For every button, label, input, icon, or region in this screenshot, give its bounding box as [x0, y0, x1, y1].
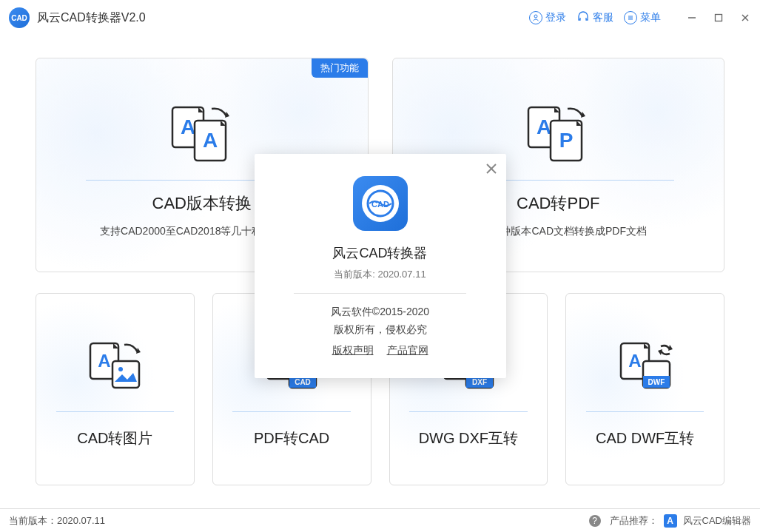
about-modal-overlay: CAD 风云CAD转换器 当前版本: 2020.07.11 风云软件©2015-… [0, 0, 760, 532]
about-modal: CAD 风云CAD转换器 当前版本: 2020.07.11 风云软件©2015-… [255, 154, 506, 378]
modal-app-icon: CAD [353, 176, 408, 231]
link-product-site[interactable]: 产品官网 [387, 344, 428, 357]
link-terms[interactable]: 版权声明 [332, 344, 374, 357]
modal-divider [294, 293, 467, 294]
modal-close-button[interactable] [485, 160, 497, 179]
modal-version: 当前版本: 2020.07.11 [334, 268, 426, 281]
modal-links: 版权声明 产品官网 [332, 344, 428, 357]
modal-company: 风云软件©2015-2020 [331, 306, 429, 319]
modal-rights: 版权所有，侵权必究 [334, 323, 427, 337]
modal-title: 风云CAD转换器 [332, 244, 427, 262]
